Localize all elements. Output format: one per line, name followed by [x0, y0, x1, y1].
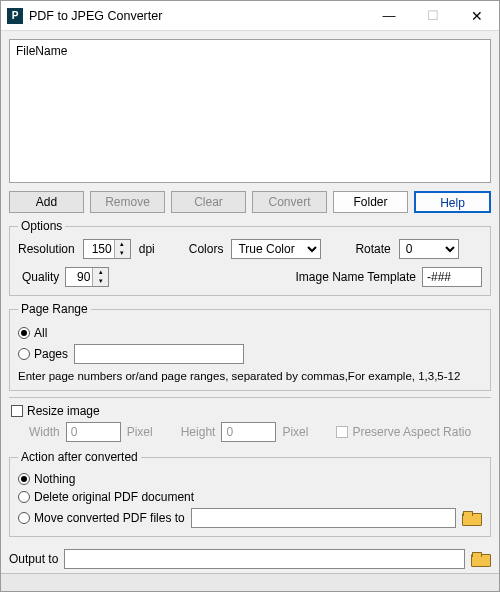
radio-move[interactable]: Move converted PDF files to — [18, 511, 185, 525]
radio-icon — [18, 512, 30, 524]
pagerange-legend: Page Range — [18, 302, 91, 316]
quality-label: Quality — [22, 270, 59, 284]
radio-icon — [18, 491, 30, 503]
folder-button[interactable]: Folder — [333, 191, 408, 213]
file-list[interactable]: FileName — [9, 39, 491, 183]
checkbox-icon — [11, 405, 23, 417]
checkbox-icon — [336, 426, 348, 438]
template-label: Image Name Template — [295, 270, 416, 284]
remove-button[interactable]: Remove — [90, 191, 165, 213]
options-group: Options Resolution ▴▾ dpi Colors True Co… — [9, 219, 491, 296]
radio-icon — [18, 473, 30, 485]
rotate-label: Rotate — [355, 242, 390, 256]
maximize-button[interactable]: ☐ — [411, 1, 455, 30]
radio-pages[interactable]: Pages — [18, 347, 68, 361]
height-label: Height — [181, 425, 216, 439]
resolution-label: Resolution — [18, 242, 75, 256]
folder-icon[interactable] — [471, 551, 491, 567]
template-input[interactable] — [422, 267, 482, 287]
height-unit: Pixel — [282, 425, 308, 439]
file-list-header: FileName — [10, 40, 490, 62]
close-button[interactable]: ✕ — [455, 1, 499, 30]
output-input[interactable] — [64, 549, 465, 569]
resolution-spinner[interactable]: ▴▾ — [83, 239, 131, 259]
clear-button[interactable]: Clear — [171, 191, 246, 213]
radio-all[interactable]: All — [18, 326, 47, 340]
folder-icon[interactable] — [462, 510, 482, 526]
move-path-input[interactable] — [191, 508, 456, 528]
pagerange-group: Page Range All Pages Enter page numbers … — [9, 302, 491, 391]
colors-label: Colors — [189, 242, 224, 256]
window-title: PDF to JPEG Converter — [29, 9, 367, 23]
titlebar: P PDF to JPEG Converter — ☐ ✕ — [1, 1, 499, 31]
width-unit: Pixel — [127, 425, 153, 439]
quality-spinner[interactable]: ▴▾ — [65, 267, 109, 287]
action-group: Action after converted Nothing Delete or… — [9, 450, 491, 537]
preserve-checkbox: Preserve Aspect Ratio — [336, 425, 471, 439]
output-label: Output to — [9, 552, 58, 566]
colors-select[interactable]: True Color — [231, 239, 321, 259]
resolution-input[interactable] — [84, 240, 114, 258]
action-legend: Action after converted — [18, 450, 141, 464]
radio-nothing[interactable]: Nothing — [18, 472, 75, 486]
pagerange-hint: Enter page numbers or/and page ranges, s… — [18, 370, 482, 382]
width-input — [66, 422, 121, 442]
options-legend: Options — [18, 219, 65, 233]
radio-icon — [18, 327, 30, 339]
resize-group: Resize image Width Pixel Height Pixel Pr… — [9, 397, 491, 444]
width-label: Width — [29, 425, 60, 439]
rotate-select[interactable]: 0 — [399, 239, 459, 259]
resize-checkbox[interactable]: Resize image — [11, 404, 100, 418]
convert-button[interactable]: Convert — [252, 191, 327, 213]
quality-input[interactable] — [66, 268, 92, 286]
radio-icon — [18, 348, 30, 360]
add-button[interactable]: Add — [9, 191, 84, 213]
statusbar — [1, 573, 499, 591]
resolution-unit: dpi — [139, 242, 155, 256]
minimize-button[interactable]: — — [367, 1, 411, 30]
height-input — [221, 422, 276, 442]
pages-input[interactable] — [74, 344, 244, 364]
help-button[interactable]: Help — [414, 191, 491, 213]
app-icon: P — [7, 8, 23, 24]
radio-delete[interactable]: Delete original PDF document — [18, 490, 194, 504]
